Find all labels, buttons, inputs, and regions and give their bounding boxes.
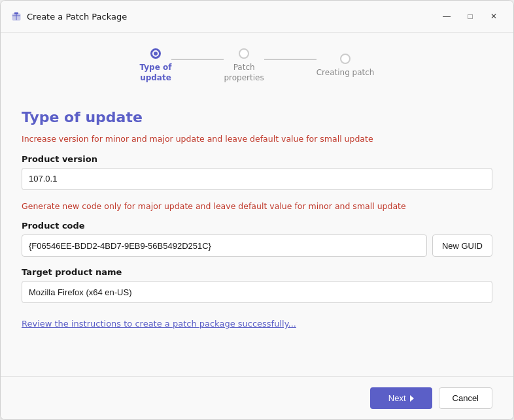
connector-2 [264,59,317,60]
stepper-area: Type ofupdate Patchproperties Creating p… [1,33,513,93]
instructions-link[interactable]: Review the instructions to create a patc… [22,319,296,329]
step-label-2: Patchproperties [224,63,264,83]
next-button[interactable]: Next [370,387,432,409]
step-type-of-update: Type ofupdate [140,48,172,83]
product-version-row [22,168,492,190]
step-circle-2 [239,48,249,59]
product-version-input[interactable] [22,168,492,190]
chevron-right-icon [410,395,414,402]
step-label-3: Creating patch [317,68,375,78]
product-version-label: Product version [22,154,492,164]
target-product-name-row [22,281,492,303]
next-label: Next [388,393,406,403]
product-code-row: New GUID [22,234,492,257]
window-title: Create a Patch Package [27,12,127,22]
step-label-1: Type ofupdate [140,63,172,83]
target-product-name-label: Target product name [22,267,492,277]
step-circle-3 [340,54,351,64]
new-guid-button[interactable]: New GUID [432,234,492,257]
step-creating-patch: Creating patch [317,54,375,78]
title-bar-left: Create a Patch Package [11,11,127,22]
connector-1 [171,59,224,60]
package-icon [11,11,22,22]
minimize-button[interactable]: — [437,7,456,25]
step-circle-1 [150,48,161,59]
product-code-input[interactable] [22,234,427,257]
footer: Next Cancel [1,376,513,419]
title-bar-controls: — □ ✕ [437,7,503,25]
title-bar: Create a Patch Package — □ ✕ [1,1,513,33]
form-content: Type of update Increase version for mino… [1,93,513,376]
step-patch-properties: Patchproperties [224,48,264,83]
product-code-label: Product code [22,221,492,231]
target-product-name-input[interactable] [22,281,492,303]
hint-code: Generate new code only for major update … [22,201,492,212]
close-button[interactable]: ✕ [485,7,503,25]
stepper: Type ofupdate Patchproperties Creating p… [140,48,375,83]
hint-version: Increase version for minor and major upd… [22,133,492,145]
maximize-button[interactable]: □ [461,7,479,25]
cancel-button[interactable]: Cancel [439,387,492,409]
section-title: Type of update [22,109,492,125]
main-window: Create a Patch Package — □ ✕ Type ofupda… [0,0,514,420]
